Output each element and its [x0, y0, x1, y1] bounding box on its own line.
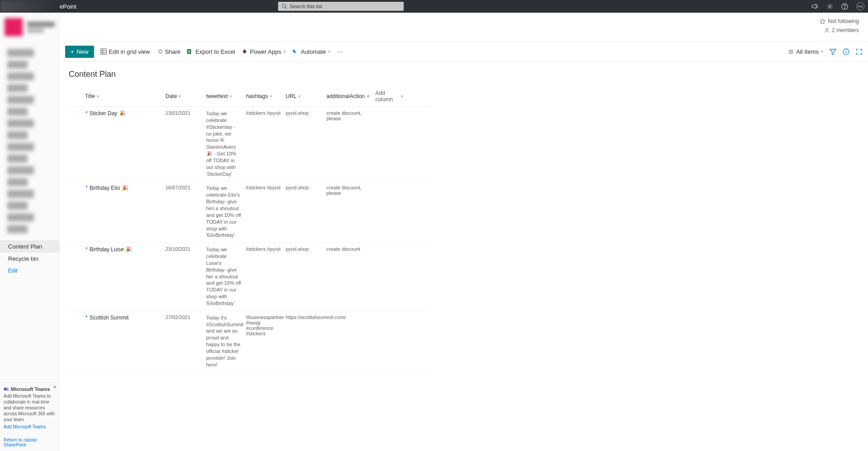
powerapps-button[interactable]: Power Apps ▾	[241, 48, 286, 55]
left-sidebar: Content Plan Recycle bin Edit ✕ Microsof…	[0, 13, 60, 451]
title-text: Birthday Elio 🎉	[90, 185, 128, 239]
help-icon[interactable]	[841, 3, 848, 10]
follow-label: Not following	[828, 18, 859, 24]
add-column-button[interactable]: + Add column▾	[367, 90, 403, 103]
gear-icon[interactable]	[826, 3, 833, 10]
svg-rect-5	[4, 388, 7, 390]
cell-additionalaction	[326, 315, 367, 368]
svg-line-1	[285, 7, 287, 9]
decorative-blur	[27, 22, 55, 27]
button-label: New	[77, 48, 89, 55]
new-indicator-icon: ✦	[85, 110, 88, 177]
header-right: Not following 2 members	[820, 18, 859, 36]
cell-url[interactable]: https://scottishsummit.com/	[286, 315, 326, 368]
automate-button[interactable]: Automate ▾	[292, 48, 330, 55]
cell-date: 23/10/2021	[165, 246, 206, 307]
view-label: All Items	[796, 48, 819, 55]
col-header-url[interactable]: URL▾	[286, 90, 326, 103]
filter-icon[interactable]	[830, 48, 836, 55]
view-selector[interactable]: All Items ▾	[788, 48, 823, 55]
cell-title[interactable]: ✦ Sticker Day 🎉	[85, 110, 165, 177]
teams-promo-card: ✕ Microsoft Teams Add Microsoft Teams to…	[0, 382, 59, 433]
list-icon	[788, 49, 794, 55]
topbar-right: PS	[811, 0, 864, 13]
cell-title[interactable]: ✦ Scottish Summit	[85, 315, 165, 368]
list-table: Title▾ Date▾ tweettext▾ hashtags▾ URL▾ a…	[69, 86, 430, 372]
grid-icon	[100, 48, 107, 55]
button-label: Power Apps	[250, 48, 281, 55]
plus-icon: +	[71, 48, 74, 55]
sidebar-item-content-plan[interactable]: Content Plan	[0, 240, 59, 253]
cell-tweettext: Today we celebrate #Stickerday - no joke…	[206, 110, 246, 177]
new-button[interactable]: + New	[65, 46, 94, 58]
cell-url[interactable]: pyod.shop	[286, 110, 326, 177]
cell-url[interactable]: pyod.shop	[286, 246, 326, 307]
export-excel-button[interactable]: Export to Excel	[187, 48, 235, 55]
row-selector[interactable]	[69, 185, 85, 239]
command-bar: + New Edit in grid view Share Export to …	[60, 42, 868, 61]
teams-card-desc: Add Microsoft Teams to collaborate in re…	[4, 393, 56, 423]
chevron-down-icon: ▾	[230, 94, 232, 99]
cell-url[interactable]: pyod.shop	[286, 185, 326, 239]
main-area: Not following 2 members + New Edit in gr…	[60, 13, 868, 451]
add-teams-link[interactable]: Add Microsoft Teams	[4, 424, 56, 429]
decorative-blur	[0, 0, 58, 13]
share-button[interactable]: Share	[156, 48, 181, 55]
table-row[interactable]: ✦ Scottish Summit 27/02/2021 Today it's …	[69, 311, 430, 372]
close-icon[interactable]: ✕	[53, 385, 57, 390]
chevron-down-icon: ▾	[298, 94, 301, 99]
sidebar-item-recycle-bin[interactable]: Recycle bin	[0, 253, 59, 265]
app-name: ePoint	[60, 3, 76, 10]
row-selector[interactable]	[69, 315, 85, 368]
svg-rect-7	[7, 389, 9, 391]
header-label: additionalAction	[326, 93, 365, 99]
col-header-tweettext[interactable]: tweettext▾	[206, 90, 246, 103]
search-icon	[282, 4, 287, 9]
cell-hashtags: #stickers #pyod	[246, 185, 286, 239]
site-header-blurred	[0, 13, 59, 42]
cell-additionalaction: create discount, please	[326, 110, 367, 177]
table-row[interactable]: ✦ Birthday Luise 🎉 23/10/2021 Today we c…	[69, 243, 430, 311]
expand-icon[interactable]	[856, 48, 863, 55]
row-selector[interactable]	[69, 246, 85, 307]
edit-grid-button[interactable]: Edit in grid view	[100, 48, 150, 55]
powerapps-icon	[241, 48, 248, 55]
avatar[interactable]: PS	[856, 2, 864, 10]
follow-toggle[interactable]: Not following	[820, 18, 859, 24]
sidebar-item-label: Recycle bin	[8, 255, 38, 262]
search-placeholder: Search this list	[290, 4, 322, 9]
nav-blurred-items	[0, 42, 59, 240]
decorative-blur	[27, 29, 44, 33]
info-icon[interactable]	[843, 48, 849, 55]
col-header-hashtags[interactable]: hashtags▾	[246, 90, 286, 103]
members-link[interactable]: 2 members	[820, 27, 859, 33]
app-brand[interactable]: ePoint	[60, 3, 76, 10]
teams-card-title: Microsoft Teams	[4, 386, 56, 392]
cell-hashtags: #stickers #pyod	[246, 110, 286, 177]
list-content: Content Plan Title▾ Date▾ tweettext▾ has…	[60, 61, 868, 381]
more-menu[interactable]: ⋯	[337, 48, 343, 55]
table-row[interactable]: ✦ Sticker Day 🎉 13/01/2021 Today we cele…	[69, 107, 430, 181]
table-row[interactable]: ✦ Birthday Elio 🎉 16/07/2021 Today we ce…	[69, 181, 430, 243]
button-label: Add column	[375, 90, 399, 103]
col-header-date[interactable]: Date▾	[165, 90, 206, 103]
return-classic-link[interactable]: Return to classic SharePoint	[4, 437, 59, 447]
svg-point-8	[826, 28, 828, 31]
row-selector[interactable]	[69, 110, 85, 177]
col-header-additionalaction[interactable]: additionalAction▾	[326, 90, 367, 103]
header-label: Title	[85, 93, 95, 99]
automate-icon	[292, 48, 298, 55]
cell-date: 13/01/2021	[165, 110, 206, 177]
megaphone-icon[interactable]	[811, 3, 818, 9]
teams-icon	[4, 386, 9, 392]
star-icon	[820, 19, 826, 24]
svg-point-6	[7, 387, 9, 389]
cell-title[interactable]: ✦ Birthday Elio 🎉	[85, 185, 165, 239]
col-header-title[interactable]: Title▾	[85, 90, 165, 103]
sidebar-edit-link[interactable]: Edit	[0, 265, 59, 277]
excel-icon	[187, 48, 193, 55]
search-box[interactable]: Search this list	[278, 2, 404, 11]
global-topbar: ePoint Search this list PS	[0, 0, 868, 13]
cell-title[interactable]: ✦ Birthday Luise 🎉	[85, 246, 165, 307]
button-label: Share	[165, 48, 181, 55]
